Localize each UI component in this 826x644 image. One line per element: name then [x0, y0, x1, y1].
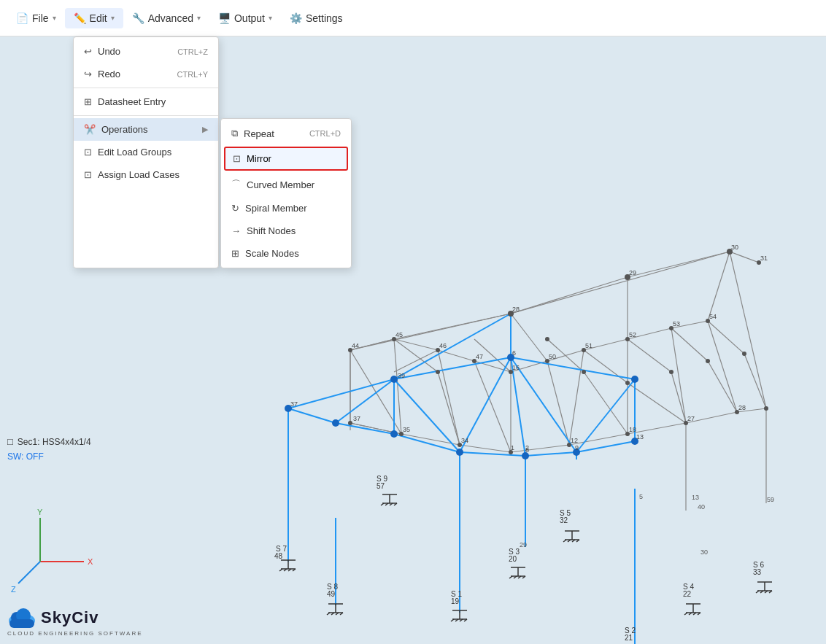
menu-spiral-member[interactable]: ↻ Spiral Member	[221, 197, 351, 220]
skyciv-logo: SkyCiv CLOUD ENGINEERING SOFTWARE	[7, 605, 143, 637]
svg-text:9: 9	[575, 444, 579, 451]
edit-icon: ✏️	[74, 12, 86, 24]
nav-advanced[interactable]: 🔧 Advanced ▾	[123, 8, 209, 28]
undo-icon: ↩	[84, 46, 92, 57]
nav-edit[interactable]: ✏️ Edit ▾	[65, 8, 123, 28]
svg-text:16: 16	[512, 364, 520, 371]
nav-output-arrow: ▾	[269, 14, 272, 22]
nav-file-arrow: ▾	[53, 14, 56, 22]
svg-text:13: 13	[636, 433, 644, 441]
svg-text:46: 46	[439, 342, 447, 349]
svg-text:44: 44	[352, 342, 359, 349]
svg-text:49: 49	[327, 590, 336, 598]
svg-text:1: 1	[511, 444, 514, 451]
nav-output[interactable]: 🖥️ Output ▾	[209, 8, 281, 28]
menu-operations[interactable]: ✂️ Operations ▶	[74, 118, 218, 141]
svg-text:35: 35	[403, 426, 410, 433]
svg-point-117	[390, 376, 398, 383]
svg-point-110	[669, 370, 673, 374]
divider-1	[74, 88, 218, 88]
svg-text:29: 29	[520, 541, 527, 548]
menu-datasheet[interactable]: ⊞ Datasheet Entry	[74, 90, 218, 113]
svg-text:37: 37	[353, 415, 360, 422]
menu-shift-nodes-label: Shift Nodes	[247, 225, 296, 236]
svg-text:5: 5	[639, 493, 643, 500]
logo-cloud-icon	[7, 605, 36, 630]
menu-shift-nodes[interactable]: → Shift Nodes	[221, 220, 351, 242]
svg-point-103	[764, 406, 768, 411]
menu-mirror[interactable]: ⊡ Mirror	[224, 147, 348, 171]
operations-chevron: ▶	[202, 125, 208, 134]
svg-text:54: 54	[709, 313, 717, 320]
svg-text:12: 12	[571, 437, 578, 444]
operations-submenu: ⧉ Repeat CTRL+D ⊡ Mirror ⌒ Curved Member…	[220, 118, 352, 268]
svg-text:21: 21	[625, 634, 633, 642]
svg-point-123	[631, 376, 638, 383]
svg-text:6: 6	[512, 349, 516, 357]
menu-repeat[interactable]: ⧉ Repeat CTRL+D	[221, 122, 351, 145]
svg-text:50: 50	[549, 353, 556, 360]
svg-text:37: 37	[290, 400, 298, 408]
menu-assign-load-cases[interactable]: ⊡ Assign Load Cases	[74, 163, 218, 186]
menu-assign-load-cases-label: Assign Load Cases	[98, 169, 180, 180]
datasheet-icon: ⊞	[84, 96, 92, 107]
menu-operations-label: Operations	[101, 124, 148, 135]
edit-load-groups-icon: ⊡	[84, 147, 92, 158]
svg-point-116	[390, 430, 398, 438]
menu-datasheet-label: Datasheet Entry	[98, 96, 166, 107]
mirror-icon: ⊡	[233, 153, 241, 164]
menu-edit-load-groups[interactable]: ⊡ Edit Load Groups	[74, 141, 218, 163]
scale-nodes-icon: ⊞	[231, 248, 239, 259]
menu-spiral-member-label: Spiral Member	[245, 203, 307, 214]
svg-text:Z: Z	[11, 585, 16, 594]
sw-status: SW: OFF	[7, 451, 44, 462]
svg-text:33: 33	[753, 568, 762, 576]
svg-text:13: 13	[692, 494, 699, 501]
svg-text:34: 34	[461, 437, 468, 444]
file-icon: 📄	[16, 12, 28, 24]
section-label: Sec1: HSS4x4x1/4	[18, 437, 91, 447]
svg-text:18: 18	[629, 426, 636, 433]
svg-text:30: 30	[731, 244, 738, 251]
logo-tagline: CLOUD ENGINEERING SOFTWARE	[7, 630, 143, 637]
nav-settings[interactable]: ⚙️ Settings	[281, 8, 352, 28]
settings-icon: ⚙️	[290, 12, 302, 24]
logo-brand: SkyCiv	[41, 608, 99, 627]
assign-load-cases-icon: ⊡	[84, 169, 92, 180]
menu-curved-member[interactable]: ⌒ Curved Member	[221, 172, 351, 197]
svg-text:51: 51	[585, 342, 593, 349]
nav-file[interactable]: 📄 File ▾	[7, 8, 65, 28]
svg-text:52: 52	[629, 331, 636, 338]
nav-advanced-arrow: ▾	[197, 14, 201, 22]
menu-mirror-label: Mirror	[247, 153, 271, 164]
redo-icon: ↪	[84, 69, 92, 79]
operations-icon: ✂️	[84, 124, 96, 135]
svg-text:22: 22	[683, 590, 692, 598]
svg-point-111	[706, 359, 710, 363]
menu-scale-nodes[interactable]: ⊞ Scale Nodes	[221, 242, 351, 265]
svg-text:19: 19	[451, 597, 460, 605]
svg-text:27: 27	[687, 415, 695, 422]
svg-point-109	[625, 381, 630, 385]
menu-redo[interactable]: ↪ Redo CTRL+Y	[74, 63, 218, 85]
svg-text:39: 39	[398, 372, 405, 379]
svg-point-112	[742, 352, 746, 356]
repeat-shortcut: CTRL+D	[309, 129, 341, 138]
svg-point-96	[348, 421, 352, 425]
svg-text:31: 31	[760, 255, 768, 262]
svg-point-118	[456, 449, 463, 456]
nav-edit-label: Edit	[90, 12, 107, 24]
svg-text:28: 28	[738, 404, 746, 411]
svg-text:30: 30	[700, 548, 708, 556]
svg-text:48: 48	[274, 552, 283, 560]
redo-shortcut: CTRL+Y	[177, 70, 209, 79]
svg-text:29: 29	[629, 269, 636, 276]
svg-text:59: 59	[767, 496, 774, 503]
svg-rect-249	[9, 619, 34, 628]
menu-undo-label: Undo	[98, 46, 120, 57]
nav-file-label: File	[32, 12, 49, 24]
shift-nodes-icon: →	[231, 225, 241, 236]
svg-text:X: X	[88, 557, 93, 566]
svg-text:45: 45	[395, 331, 403, 338]
menu-undo[interactable]: ↩ Undo CTRL+Z	[74, 40, 218, 63]
